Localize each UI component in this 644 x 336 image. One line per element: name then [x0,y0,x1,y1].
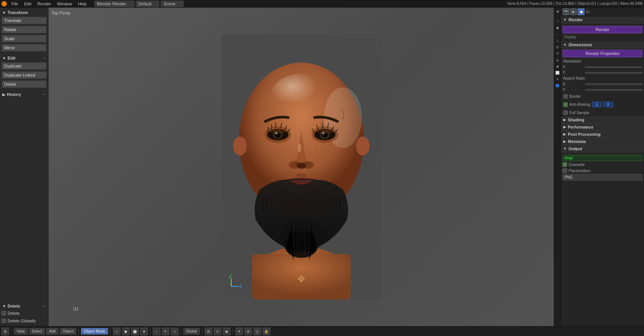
edit-section-header[interactable]: ▼ Edit ··· [2,55,47,61]
duplicate-linked-button[interactable]: Duplicate Linked [2,71,47,79]
render-button[interactable]: Render [563,26,642,33]
rendered-icon[interactable]: ★ [140,328,148,335]
physics-icon-tab[interactable]: 🔵 [555,83,561,89]
collapse-icon[interactable]: ◀ [555,8,561,14]
render-prop-btn[interactable]: Render Properties [563,50,642,57]
scale-manipulator-icon[interactable]: ⤡ [171,328,179,335]
history-label: History [7,92,21,97]
samples-value2[interactable]: 8 [603,102,613,107]
aspect-ratio-label: Aspect Ratio [561,75,644,81]
global-select[interactable]: Global [183,328,200,334]
snap-icon[interactable]: ⊙ [214,328,221,335]
data-icon-tab[interactable]: ▲ [555,57,561,63]
layout-select[interactable]: Default [136,1,160,7]
asp-y-label: Y: [563,88,583,92]
object-mode-select[interactable]: Object Mode [81,328,108,334]
select-menu[interactable]: Select [29,328,45,334]
full-sample-checkbox[interactable] [563,110,568,115]
delete-globally-checkbox[interactable] [2,319,6,323]
manipulator-icon[interactable]: ↔ [153,328,160,335]
asp-x-input[interactable] [585,83,642,85]
viewport[interactable]: Top Persp [49,8,554,326]
left-sidebar: ▼ Transform Translate Rotate Scale Mirro… [0,8,49,326]
mirror-button[interactable]: Mirror [2,44,47,52]
particles-icon-tab[interactable]: ✦ [555,76,561,82]
wireframe-icon[interactable]: ⬡ [113,328,121,335]
res-x-label: X: [563,65,583,69]
performance-section-header[interactable]: ▶ Performance [561,124,644,131]
engine-select[interactable]: Blender Render [94,1,134,7]
modifiers-icon-tab[interactable]: ⚙ [555,50,561,57]
asp-y-input[interactable] [585,89,642,91]
pivot-icon[interactable]: ✦ [235,328,243,335]
solid-icon[interactable]: ◼ [122,328,130,335]
menu-edit[interactable]: Edit [23,2,33,6]
view-menu[interactable]: View [14,328,28,334]
constraints-icon-tab[interactable]: ⊞ [555,44,561,50]
proportional-icon[interactable]: ◉ [223,328,230,335]
post-proc-section-header[interactable]: ▶ Post Processing [561,131,644,138]
menu-window[interactable]: Window [56,2,74,6]
asp-x-row: X: [561,81,644,87]
render-still-icon[interactable]: 📷 [563,8,569,15]
texture-icon-tab[interactable]: ⬜ [555,70,561,76]
world-icon-tab[interactable]: ○ [555,31,561,37]
origin-icon[interactable]: ⊕ [244,328,252,335]
shading-arrow: ▶ [563,118,566,122]
material-icon-tab[interactable]: ◉ [555,63,561,69]
texture-icon[interactable]: ⬤ [131,328,139,335]
meta-arrow: ▶ [563,140,566,143]
sep-2 [78,328,79,334]
render-anim-icon[interactable]: ▶ [570,8,577,15]
shading-section-header[interactable]: ▶ Shading [561,116,644,124]
res-y-input[interactable] [585,72,642,74]
rotate-manipulator-icon[interactable]: ↻ [162,328,169,335]
history-section-header[interactable]: ▶ History ··· [2,91,47,98]
bottom-icon-1[interactable]: ⊞ [2,328,9,335]
scene-icon-tab[interactable]: ◼ [555,25,561,31]
lock-icon[interactable]: 🔒 [263,328,270,335]
menu-file[interactable]: File [10,2,20,6]
render-icon-tab[interactable]: ⬡ [555,18,561,24]
render-view-icon[interactable]: ◼ [578,8,584,15]
metadata-section-header[interactable]: ▶ Metadata [561,138,644,145]
layer-icon[interactable]: ◫ [254,328,261,335]
res-x-input[interactable] [585,66,642,68]
transform-section-header[interactable]: ▼ Transform [2,9,47,16]
output-section-header[interactable]: ▼ Output [561,145,644,152]
translate-button[interactable]: Translate [2,17,47,24]
post-arrow: ▶ [563,132,566,136]
anti-alias-checkbox[interactable]: ✓ [563,102,568,107]
svg-point-37 [282,159,283,160]
dimensions-section-header[interactable]: ▼ Dimensions [561,41,644,49]
format-select[interactable]: PNG [563,174,642,181]
object-menu[interactable]: Object [60,328,76,334]
display-label: Display [564,35,641,39]
right-properties: 📷 ▶ ◼ Sc ▼ Render ··· Render Display ▼ D… [561,8,644,326]
menu-render[interactable]: Render [36,2,53,6]
svg-point-12 [233,137,247,155]
delete-section-header[interactable]: ▼ Delete ··· [2,303,47,309]
scale-button[interactable]: Scale [2,35,47,42]
res-y-row: Y: [561,70,644,75]
rotate-button[interactable]: Rotate [2,26,47,33]
samples-value[interactable]: 5 [592,102,602,107]
duplicate-button[interactable]: Duplicate [2,62,47,70]
scene-select[interactable]: Scene [161,1,183,7]
render-collapse-arrow: ▼ [563,18,567,22]
delete-checkbox[interactable] [2,311,6,316]
menu-help[interactable]: Help [77,2,88,6]
grid-icon[interactable]: ⊞ [205,328,212,335]
border-checkbox[interactable] [563,94,568,99]
blender-logo [2,1,7,6]
edit-dots: ··· [43,56,46,60]
object-icon-tab[interactable]: △ [555,38,561,44]
render-section-header[interactable]: ▼ Render ··· [561,16,644,24]
delete-button[interactable]: Delete [2,80,47,88]
svg-text:Z: Z [229,275,232,279]
overwrite-checkbox[interactable]: ✓ [563,162,567,167]
svg-point-13 [356,137,370,155]
render-content: Render Display [561,24,644,41]
add-menu[interactable]: Add [46,328,58,334]
placeholders-checkbox[interactable] [563,168,567,173]
